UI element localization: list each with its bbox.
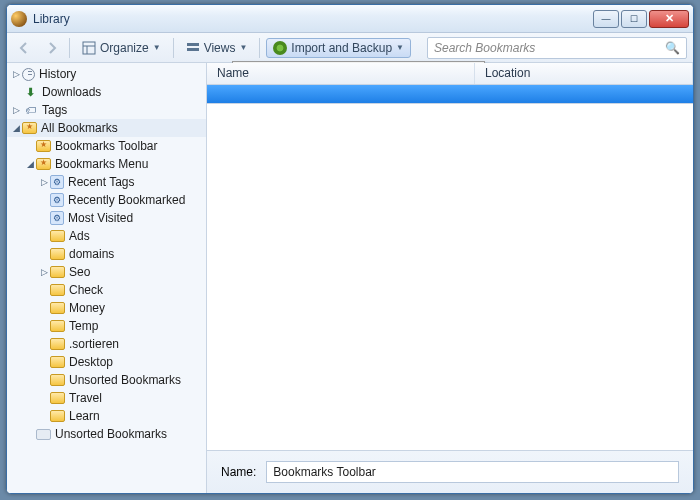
content-area: ▷History ⬇Downloads ▷🏷Tags ◢All Bookmark…: [7, 63, 693, 493]
column-headers[interactable]: Name Location: [207, 63, 693, 85]
svg-rect-2: [187, 48, 199, 51]
folder-icon: [50, 248, 65, 260]
folder-icon: [50, 266, 65, 278]
detail-name-label: Name:: [221, 465, 256, 479]
folder-icon: [50, 302, 65, 314]
separator: [259, 38, 260, 58]
minimize-button[interactable]: —: [593, 10, 619, 28]
arrow-left-icon: [16, 40, 32, 56]
tree-temp[interactable]: Temp: [7, 317, 206, 335]
organize-button[interactable]: Organize ▼: [76, 38, 167, 58]
search-icon: 🔍: [665, 41, 680, 55]
views-button[interactable]: Views ▼: [180, 38, 254, 58]
back-button[interactable]: [13, 37, 35, 59]
separator: [69, 38, 70, 58]
search-placeholder: Search Bookmarks: [434, 41, 535, 55]
app-icon: [11, 11, 27, 27]
dropdown-icon: ▼: [239, 43, 247, 52]
tree-recently-bookmarked[interactable]: ⚙Recently Bookmarked: [7, 191, 206, 209]
folder-icon: [50, 410, 65, 422]
folder-icon: [50, 374, 65, 386]
tree-seo[interactable]: ▷Seo: [7, 263, 206, 281]
tree-unsorted-bm-inner[interactable]: Unsorted Bookmarks: [7, 371, 206, 389]
folder-icon: [50, 392, 65, 404]
tree-check[interactable]: Check: [7, 281, 206, 299]
separator: [173, 38, 174, 58]
col-location[interactable]: Location: [475, 63, 693, 84]
folder-icon: [50, 284, 65, 296]
detail-panel: Name:: [207, 450, 693, 493]
list-area[interactable]: [207, 103, 693, 450]
history-icon: [22, 68, 35, 81]
tree-tags[interactable]: ▷🏷Tags: [7, 101, 206, 119]
folder-icon: [50, 320, 65, 332]
detail-name-input[interactable]: [266, 461, 679, 483]
tree-most-visited[interactable]: ⚙Most Visited: [7, 209, 206, 227]
tree-sortieren[interactable]: .sortieren: [7, 335, 206, 353]
tree-domains[interactable]: domains: [7, 245, 206, 263]
dropdown-icon: ▼: [396, 43, 404, 52]
tree-bookmarks-toolbar[interactable]: Bookmarks Toolbar: [7, 137, 206, 155]
folder-icon: [50, 356, 65, 368]
bookmarks-icon: [36, 158, 51, 170]
folder-icon: [50, 338, 65, 350]
unsorted-icon: [36, 429, 51, 440]
smart-folder-icon: ⚙: [50, 211, 64, 225]
tag-icon: 🏷: [22, 102, 38, 118]
arrow-right-icon: [44, 40, 60, 56]
tree-bookmarks-menu[interactable]: ◢Bookmarks Menu: [7, 155, 206, 173]
bookmarks-icon: [22, 122, 37, 134]
search-input[interactable]: Search Bookmarks 🔍: [427, 37, 687, 59]
tree-unsorted-bookmarks[interactable]: Unsorted Bookmarks: [7, 425, 206, 443]
download-icon: ⬇: [22, 84, 38, 100]
views-icon: [186, 41, 200, 55]
tree-travel[interactable]: Travel: [7, 389, 206, 407]
col-name[interactable]: Name: [207, 63, 475, 84]
organize-icon: [82, 41, 96, 55]
close-button[interactable]: ✕: [649, 10, 689, 28]
window-title: Library: [33, 12, 593, 26]
views-label: Views: [204, 41, 236, 55]
toolbar: Organize ▼ Views ▼ Import and Backup ▼ S…: [7, 33, 693, 63]
tree-history[interactable]: ▷History: [7, 65, 206, 83]
list-selected-row[interactable]: [207, 85, 693, 103]
library-window: Library — ☐ ✕ Organize ▼ Views ▼ Import: [6, 4, 694, 494]
tree-all-bookmarks[interactable]: ◢All Bookmarks: [7, 119, 206, 137]
forward-button[interactable]: [41, 37, 63, 59]
smart-folder-icon: ⚙: [50, 175, 64, 189]
svg-rect-1: [187, 43, 199, 46]
titlebar[interactable]: Library — ☐ ✕: [7, 5, 693, 33]
tree-ads[interactable]: Ads: [7, 227, 206, 245]
smart-folder-icon: ⚙: [50, 193, 64, 207]
sidebar[interactable]: ▷History ⬇Downloads ▷🏷Tags ◢All Bookmark…: [7, 63, 207, 493]
import-backup-label: Import and Backup: [291, 41, 392, 55]
tree-recent-tags[interactable]: ▷⚙Recent Tags: [7, 173, 206, 191]
dropdown-icon: ▼: [153, 43, 161, 52]
tree-learn[interactable]: Learn: [7, 407, 206, 425]
import-backup-button[interactable]: Import and Backup ▼: [266, 38, 411, 58]
organize-label: Organize: [100, 41, 149, 55]
bookmarks-icon: [36, 140, 51, 152]
main-panel: Name Location Name:: [207, 63, 693, 493]
window-controls: — ☐ ✕: [593, 10, 689, 28]
svg-rect-0: [83, 42, 95, 54]
tree-desktop[interactable]: Desktop: [7, 353, 206, 371]
folder-icon: [50, 230, 65, 242]
import-backup-icon: [273, 41, 287, 55]
tree-downloads[interactable]: ⬇Downloads: [7, 83, 206, 101]
tree-money[interactable]: Money: [7, 299, 206, 317]
maximize-button[interactable]: ☐: [621, 10, 647, 28]
